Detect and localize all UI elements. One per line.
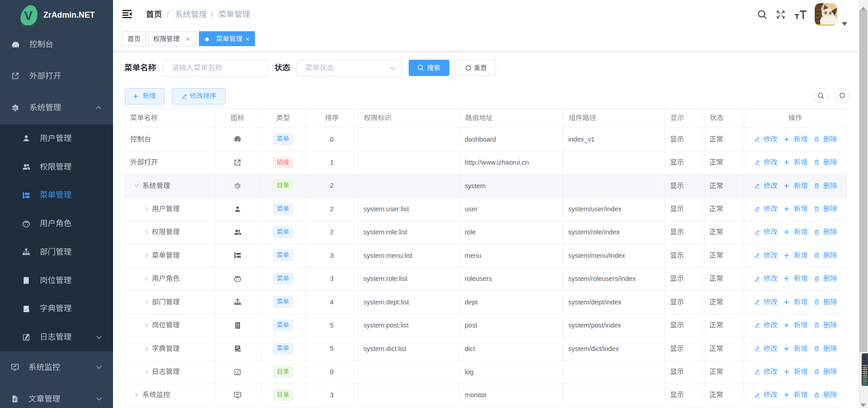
svg-text:V: V: [24, 9, 33, 23]
